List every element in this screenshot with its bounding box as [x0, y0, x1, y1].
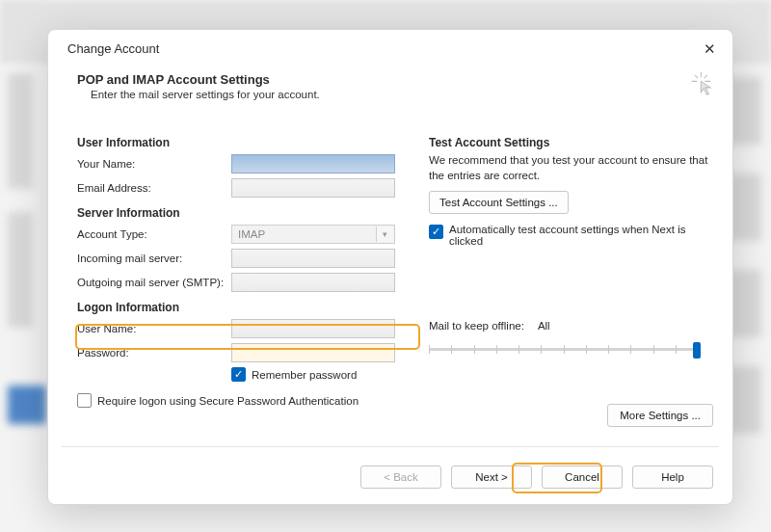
mail-offline-slider[interactable] — [429, 339, 699, 360]
close-icon: ✕ — [704, 40, 716, 58]
cancel-button[interactable]: Cancel — [542, 466, 623, 489]
dialog-title: Change Account — [67, 41, 159, 56]
right-pane: Test Account Settings We recommend that … — [429, 134, 713, 360]
page-heading: POP and IMAP Account Settings — [77, 72, 270, 87]
account-type-label: Account Type: — [77, 228, 231, 240]
spa-label: Require logon using Secure Password Auth… — [97, 395, 359, 407]
outgoing-server-label: Outgoing mail server (SMTP): — [77, 277, 231, 288]
auto-test-label: Automatically test account settings when… — [449, 224, 692, 247]
user-info-header: User Information — [77, 136, 419, 149]
change-account-dialog: Change Account ✕ POP and IMAP Account Se… — [47, 29, 733, 505]
dialog-footer: < Back Next > Cancel Help — [48, 466, 732, 489]
auto-test-checkbox[interactable]: ✓ — [429, 225, 443, 239]
chevron-down-icon: ▾ — [376, 226, 393, 242]
test-account-button[interactable]: Test Account Settings ... — [429, 191, 569, 214]
user-name-input[interactable] — [231, 319, 395, 338]
more-settings-button[interactable]: More Settings ... — [607, 404, 713, 427]
cursor-sparkle-icon — [690, 70, 715, 95]
user-name-label: User Name: — [77, 323, 231, 334]
slider-ticks — [429, 345, 699, 354]
email-input[interactable] — [231, 178, 395, 198]
next-button[interactable]: Next > — [451, 466, 532, 489]
account-type-value: IMAP — [238, 228, 265, 240]
your-name-label: Your Name: — [77, 158, 231, 170]
incoming-server-input[interactable] — [231, 249, 395, 268]
outgoing-server-input[interactable] — [231, 273, 395, 292]
close-button[interactable]: ✕ — [696, 38, 723, 61]
page-subheading: Enter the mail server settings for your … — [91, 89, 320, 100]
test-settings-text: We recommend that you test your account … — [429, 153, 713, 183]
remember-password-checkbox[interactable]: ✓ — [231, 367, 246, 382]
password-label: Password: — [77, 347, 231, 359]
slider-thumb[interactable] — [693, 342, 701, 359]
incoming-server-label: Incoming mail server: — [77, 253, 231, 264]
account-type-combo: IMAP ▾ — [231, 225, 395, 244]
mail-offline-label: Mail to keep offline: — [429, 320, 524, 332]
logon-info-header: Logon Information — [77, 301, 419, 314]
back-button: < Back — [360, 466, 441, 489]
mail-offline-value: All — [538, 320, 550, 332]
separator — [62, 446, 719, 447]
remember-password-label: Remember password — [252, 369, 357, 381]
test-settings-header: Test Account Settings — [429, 136, 713, 149]
help-button[interactable]: Help — [632, 466, 713, 489]
spa-checkbox[interactable] — [77, 393, 92, 408]
server-info-header: Server Information — [77, 206, 419, 220]
password-input[interactable] — [231, 343, 395, 362]
left-pane: User Information Your Name: Email Addres… — [77, 134, 419, 408]
your-name-input[interactable] — [231, 154, 395, 173]
email-label: Email Address: — [77, 182, 231, 194]
